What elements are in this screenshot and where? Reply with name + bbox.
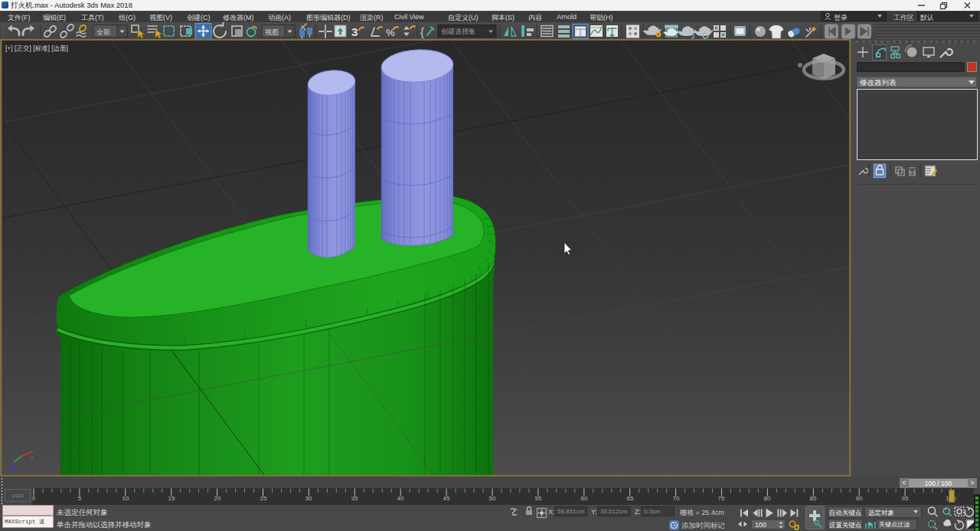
svg-text:z: z (18, 467, 21, 472)
svg-text:x: x (31, 455, 34, 461)
